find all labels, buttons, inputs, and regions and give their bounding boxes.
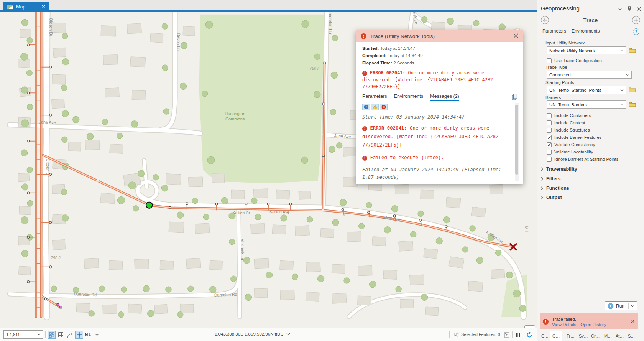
snapping-icon[interactable] bbox=[65, 331, 74, 339]
tab-parameters[interactable]: Parameters bbox=[362, 94, 387, 100]
messages-scrollbar[interactable] bbox=[515, 103, 519, 181]
filter-error-icon[interactable] bbox=[380, 104, 388, 110]
trace-failed-notification: ! Trace failed. View Details Open Histor… bbox=[540, 313, 638, 329]
scrollbar-thumb[interactable] bbox=[515, 105, 518, 175]
expander-output[interactable]: Output bbox=[541, 193, 562, 202]
trace-type-dropdown[interactable]: Connected bbox=[547, 71, 632, 79]
browse-starting-points-folder-icon[interactable] bbox=[629, 87, 636, 93]
dialog-close-icon[interactable] bbox=[514, 33, 518, 40]
refresh-icon[interactable] bbox=[525, 331, 533, 339]
error-icon: ! bbox=[543, 319, 549, 325]
pause-drawing-icon[interactable] bbox=[514, 331, 522, 339]
tab-environments[interactable]: Environments bbox=[572, 28, 600, 36]
browse-barriers-folder-icon[interactable] bbox=[629, 101, 636, 107]
barriers-label: Barriers bbox=[545, 95, 561, 100]
start-point-marker[interactable] bbox=[146, 202, 152, 208]
chevron-down-icon bbox=[620, 104, 624, 106]
dock-tab-s[interactable]: S… bbox=[626, 331, 637, 341]
run-options-chevron-icon[interactable] bbox=[631, 305, 634, 307]
checkbox-validate-consistency[interactable]: Validate Consistency bbox=[547, 142, 595, 148]
view-tab-bar: Map bbox=[0, 0, 537, 12]
completed-line: Completed: Today at 14:34:49 bbox=[362, 52, 517, 59]
filter-info-icon[interactable]: i bbox=[362, 104, 370, 110]
dock-tab-tr[interactable]: Tr… bbox=[565, 331, 577, 341]
help-icon[interactable]: ? bbox=[633, 28, 639, 35]
status-bar: 1:1,911 N 1,043,338.30E 1,859,592.96N ft… bbox=[0, 328, 537, 341]
dock-tab-at[interactable]: At… bbox=[614, 331, 626, 341]
error-summary: ! ERROR 002041: One or more dirty areas … bbox=[362, 69, 516, 90]
grid-view-icon[interactable] bbox=[57, 331, 65, 339]
tab-messages[interactable]: Messages (2) bbox=[430, 94, 459, 101]
checkbox-validate-locatability[interactable]: Validate Locatability bbox=[547, 149, 593, 155]
chevron-right-icon bbox=[541, 177, 543, 181]
barriers-dropdown[interactable]: UN_Temp_Barriers bbox=[547, 100, 626, 109]
open-history-link[interactable]: Open History bbox=[580, 322, 606, 327]
pane-menu-chevron-icon[interactable] bbox=[618, 8, 622, 10]
expander-label: Filters bbox=[546, 176, 561, 181]
dock-tab-geoprocessing[interactable]: G… bbox=[550, 331, 562, 341]
panel-title: Geoprocessing bbox=[541, 5, 580, 12]
label-commons: Commons bbox=[225, 117, 245, 121]
dock-tab-catalog[interactable]: C… bbox=[539, 331, 550, 341]
message-filters: i bbox=[362, 104, 517, 110]
checkbox-include-barrier-features[interactable]: Include Barrier Features bbox=[547, 134, 601, 140]
expander-functions[interactable]: Functions bbox=[541, 184, 569, 193]
map-scale-dropdown[interactable]: 1:1,911 bbox=[3, 330, 43, 339]
starting-points-dropdown[interactable]: UN_Temp_Starting_Points bbox=[547, 86, 626, 94]
dock-tab-cr[interactable]: Cr… bbox=[589, 331, 602, 341]
error-icon: ! bbox=[361, 33, 366, 39]
messages-list: Start Time: 03 January 2024 14:34:47 ! E… bbox=[362, 113, 515, 181]
map-tab-label: Map bbox=[16, 4, 25, 10]
label-kallien-ct: Kallien Ct bbox=[232, 210, 250, 215]
dialog-tabs: Parameters Environments Messages (2) bbox=[362, 94, 517, 102]
crosshair-icon[interactable] bbox=[75, 331, 83, 339]
chevron-down-icon bbox=[286, 333, 290, 335]
checkbox-icon bbox=[547, 58, 552, 63]
coordinates-value: 1,043,338.30E 1,859,592.96N ftUS bbox=[215, 332, 283, 336]
filter-warning-icon[interactable] bbox=[371, 104, 379, 110]
elapsed-line: Elapsed Time: 2 Seconds bbox=[362, 59, 517, 67]
close-map-tab-icon[interactable] bbox=[42, 5, 45, 9]
pin-icon[interactable] bbox=[628, 6, 631, 12]
error-code-link[interactable]: ERROR 002041: bbox=[370, 125, 407, 131]
view-details-link[interactable]: View Details bbox=[552, 322, 576, 327]
expander-filters[interactable]: Filters bbox=[541, 175, 561, 183]
checkbox-include-structures[interactable]: Include Structures bbox=[547, 127, 590, 133]
elapsed-value: 2 Seconds bbox=[392, 61, 414, 65]
checkbox-label: Include Structures bbox=[554, 128, 590, 132]
starting-points-label: Starting Points bbox=[545, 80, 574, 85]
new-map-view-icon[interactable] bbox=[48, 331, 56, 339]
run-button[interactable]: Run bbox=[605, 301, 637, 310]
selected-features-indicator[interactable]: Selected Features: 0 bbox=[453, 332, 500, 337]
north-arrow-icon[interactable]: N bbox=[84, 331, 94, 339]
checkbox-ignore-barriers-at-starting-points[interactable]: Ignore Barriers At Starting Points bbox=[547, 156, 618, 162]
expander-traversability[interactable]: Traversability bbox=[541, 165, 577, 173]
started-value: Today at 14:34:47 bbox=[379, 46, 415, 51]
checkbox-icon bbox=[547, 113, 552, 118]
play-icon bbox=[608, 303, 614, 309]
tab-environments[interactable]: Environments bbox=[394, 94, 423, 100]
geoprocessing-panel: Geoprocessing Trace Parameters Environme… bbox=[537, 0, 644, 341]
dialog-header[interactable]: ! Trace (Utility Network Tools) bbox=[356, 30, 523, 42]
dock-tab-m[interactable]: M… bbox=[602, 331, 614, 341]
browse-input-folder-icon[interactable] bbox=[629, 47, 636, 53]
arcgis-pro-window: Map bbox=[0, 0, 644, 341]
copy-messages-icon[interactable] bbox=[512, 94, 518, 101]
panel-close-icon[interactable] bbox=[637, 7, 641, 11]
label-olesen-dr-top: Olesen Dr bbox=[49, 18, 53, 36]
checkbox-include-content[interactable]: Include Content bbox=[547, 120, 585, 126]
dialog-body: Started: Today at 14:34:47 Completed: To… bbox=[356, 42, 523, 181]
coordinates-readout[interactable]: 1,043,338.30E 1,859,592.96N ftUS bbox=[215, 332, 322, 336]
notification-close-icon[interactable] bbox=[631, 319, 635, 324]
input-utility-network-dropdown[interactable]: Network Utility Network bbox=[547, 46, 626, 54]
use-trace-configuration-checkbox[interactable]: Use Trace Configuration bbox=[547, 58, 602, 64]
label-moreland-ln: moreland Ln bbox=[328, 13, 333, 35]
tab-parameters[interactable]: Parameters bbox=[542, 28, 566, 36]
checkbox-include-containers[interactable]: Include Containers bbox=[547, 112, 591, 119]
overview-frame-icon[interactable] bbox=[503, 331, 511, 339]
dock-tab-sy[interactable]: Sy… bbox=[577, 331, 590, 341]
checkbox-icon bbox=[547, 157, 552, 162]
view-tools-chevron-icon[interactable] bbox=[94, 331, 100, 339]
error-code[interactable]: ERROR 002041: bbox=[370, 70, 405, 76]
checkbox-label: Validate Locatability bbox=[554, 150, 593, 154]
